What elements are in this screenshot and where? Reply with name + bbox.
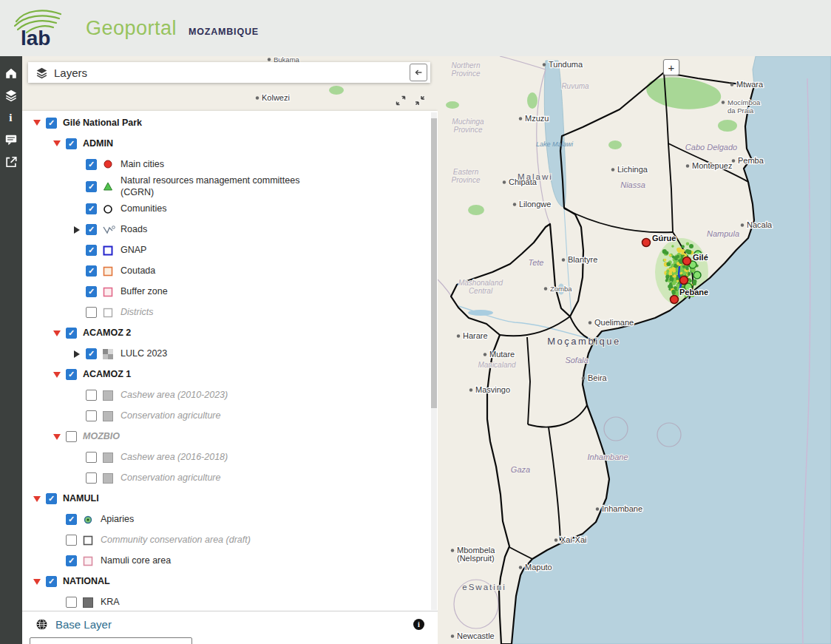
collapse-all-icon[interactable] xyxy=(414,95,426,109)
layer-label[interactable]: Coutada xyxy=(121,265,155,277)
layer-checkbox[interactable] xyxy=(66,555,77,566)
collapse-node-icon[interactable] xyxy=(31,579,43,585)
layer-row: Cashew area (2016-2018) xyxy=(22,447,429,468)
town-dot xyxy=(596,507,599,510)
map-label: Niassa xyxy=(620,180,645,189)
layer-label[interactable]: Cashew area (2010-2023) xyxy=(121,389,228,401)
layer-label[interactable]: MOZBIO xyxy=(83,430,120,442)
expand-node-icon[interactable] xyxy=(71,350,83,358)
layers-icon xyxy=(4,89,18,102)
collapse-node-icon[interactable] xyxy=(51,434,63,440)
cgrn-marker[interactable] xyxy=(693,271,701,279)
panel-scrollbar[interactable] xyxy=(431,112,437,610)
map-label: Mutare xyxy=(489,350,515,359)
layer-checkbox[interactable] xyxy=(86,224,97,235)
layer-checkbox[interactable] xyxy=(86,410,97,421)
collapse-node-icon[interactable] xyxy=(31,496,43,502)
layer-checkbox[interactable] xyxy=(66,138,77,149)
base-layer-select[interactable] xyxy=(30,637,192,644)
zoom-in-button[interactable]: + xyxy=(663,59,679,75)
layer-checkbox[interactable] xyxy=(86,245,97,256)
expand-node-icon[interactable] xyxy=(71,226,83,234)
layer-label[interactable]: ACAMOZ 2 xyxy=(83,327,131,339)
layer-row: Gilé National Park xyxy=(22,112,429,133)
layer-label[interactable]: Roads xyxy=(121,223,147,235)
map-label: Kolwezi xyxy=(262,93,290,102)
layer-label[interactable]: Apiaries xyxy=(101,513,134,525)
collapse-node-icon[interactable] xyxy=(51,140,63,146)
layer-checkbox[interactable] xyxy=(46,493,57,504)
collapse-node-icon[interactable] xyxy=(51,331,63,336)
town-dot xyxy=(543,63,546,66)
town-dot xyxy=(451,549,454,552)
layer-row: Natural resources management committees … xyxy=(22,174,429,199)
home-button[interactable] xyxy=(1,62,21,84)
layer-label[interactable]: Main cities xyxy=(121,158,164,170)
raster-gray-icon xyxy=(103,411,118,421)
layer-checkbox[interactable] xyxy=(66,369,77,380)
layer-label[interactable]: LULC 2023 xyxy=(121,348,167,359)
info-button[interactable]: i xyxy=(1,106,21,129)
town-dot xyxy=(519,117,522,120)
layer-label[interactable]: GNAP xyxy=(121,244,146,256)
layer-label[interactable]: Conservation agriculture xyxy=(121,410,221,421)
layer-checkbox[interactable] xyxy=(86,203,97,214)
left-toolbar: i xyxy=(0,56,22,644)
layer-checkbox[interactable] xyxy=(66,535,77,546)
layer-label[interactable]: Natural resources management committees … xyxy=(121,174,299,199)
layer-checkbox[interactable] xyxy=(86,390,97,401)
layer-checkbox[interactable] xyxy=(86,307,97,318)
city-marker[interactable] xyxy=(680,277,688,285)
lab-logo[interactable]: lab lab xyxy=(9,7,67,50)
layer-checkbox[interactable] xyxy=(86,286,97,297)
map-label: Malawi xyxy=(518,172,553,181)
collapse-node-icon[interactable] xyxy=(51,372,63,378)
map-label: Montepuez xyxy=(692,161,732,170)
map-label: EasternProvince xyxy=(452,168,481,184)
map-label: Mtwara xyxy=(736,80,764,89)
layer-label[interactable]: NATIONAL xyxy=(63,575,110,587)
share-button[interactable] xyxy=(1,151,21,173)
layer-checkbox[interactable] xyxy=(66,431,77,442)
layer-label[interactable]: KRA xyxy=(101,596,120,608)
map-label: Inhambane xyxy=(602,504,642,513)
layer-label[interactable]: Districts xyxy=(121,306,153,318)
collapse-panel-button[interactable] xyxy=(410,64,427,81)
base-layer-info-icon[interactable]: i xyxy=(413,619,424,630)
layer-checkbox[interactable] xyxy=(86,159,97,170)
city-marker[interactable] xyxy=(671,296,679,304)
expand-all-icon[interactable] xyxy=(395,95,407,109)
layer-checkbox[interactable] xyxy=(86,472,97,484)
layer-checkbox[interactable] xyxy=(66,328,77,339)
city-marker[interactable] xyxy=(683,257,691,265)
title-wrap: Geoportal MOZAMBIQUE xyxy=(86,17,259,40)
layer-label[interactable]: Community conservation area (draft) xyxy=(101,534,251,546)
layer-checkbox[interactable] xyxy=(46,576,57,587)
layer-checkbox[interactable] xyxy=(86,452,97,463)
layers-button[interactable] xyxy=(1,84,21,106)
layer-label[interactable]: Cashew area (2016-2018) xyxy=(121,451,228,463)
layer-checkbox[interactable] xyxy=(86,348,97,359)
layer-label[interactable]: Comunities xyxy=(121,203,167,214)
town-dot xyxy=(544,287,547,290)
layer-label[interactable]: ACAMOZ 1 xyxy=(83,368,131,380)
layer-checkbox[interactable] xyxy=(46,118,57,129)
collapse-node-icon[interactable] xyxy=(31,120,43,126)
layers-tree: Gilé National ParkADMINMain citiesNatura… xyxy=(22,112,429,611)
layer-checkbox[interactable] xyxy=(66,514,77,525)
layer-label[interactable]: NAMULI xyxy=(63,492,99,504)
layer-label[interactable]: ADMIN xyxy=(83,138,113,149)
scrollbar-thumb[interactable] xyxy=(431,118,437,408)
lab-logo-graphic: lab xyxy=(9,7,67,50)
layer-label[interactable]: Conservation agriculture xyxy=(121,472,221,484)
layer-checkbox[interactable] xyxy=(86,265,97,277)
layer-label[interactable]: Namuli core area xyxy=(101,555,171,566)
layer-row: NAMULI xyxy=(22,489,429,509)
layer-label[interactable]: Buffer zone xyxy=(121,285,168,297)
layer-checkbox[interactable] xyxy=(66,597,77,608)
comments-button[interactable] xyxy=(1,129,21,151)
layer-label[interactable]: Gilé National Park xyxy=(63,117,142,129)
layer-checkbox[interactable] xyxy=(86,181,97,192)
panel-title: Layers xyxy=(54,67,87,79)
city-marker[interactable] xyxy=(642,239,651,247)
